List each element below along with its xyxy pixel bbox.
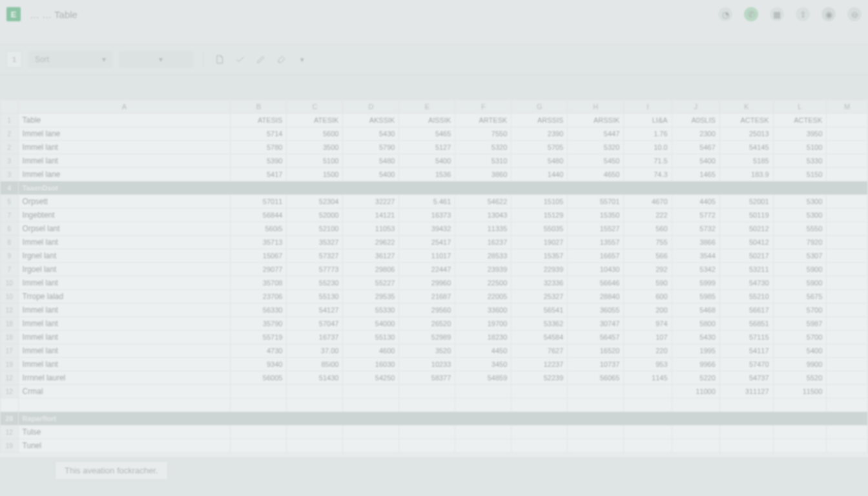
- cell[interactable]: 35327: [287, 236, 343, 249]
- cell[interactable]: 5780: [231, 141, 287, 154]
- cell[interactable]: 18230: [455, 331, 512, 344]
- cell[interactable]: [455, 385, 512, 398]
- cell[interactable]: 54000: [343, 317, 399, 331]
- cell[interactable]: 4450: [455, 344, 512, 358]
- cell[interactable]: ARTESK: [455, 114, 512, 127]
- cell[interactable]: 5127: [399, 141, 455, 154]
- cell[interactable]: 5430: [343, 127, 399, 141]
- table-row[interactable]: 19Tunel: [1, 439, 868, 453]
- row-number[interactable]: 8: [1, 236, 19, 249]
- cell[interactable]: 590: [624, 276, 672, 290]
- cell[interactable]: 74.3: [624, 168, 672, 181]
- cell[interactable]: [287, 439, 343, 453]
- cell[interactable]: 9966: [672, 358, 719, 371]
- cell[interactable]: AKSSIK: [343, 114, 399, 127]
- cell[interactable]: 57773: [287, 263, 343, 276]
- cell[interactable]: 3860: [455, 168, 512, 181]
- cell[interactable]: 3450: [455, 358, 512, 371]
- cell[interactable]: 755: [624, 236, 672, 249]
- cell[interactable]: [719, 439, 773, 453]
- table-row[interactable]: 5Orpsett5701152304322275.461546221510555…: [1, 195, 868, 209]
- cell[interactable]: 5800: [672, 317, 719, 331]
- cell[interactable]: 9900: [773, 358, 827, 371]
- cell[interactable]: 5390: [231, 154, 287, 168]
- row-number[interactable]: 17: [1, 344, 19, 358]
- cell[interactable]: 56851: [719, 317, 773, 331]
- cell[interactable]: 50412: [719, 236, 773, 249]
- cell[interactable]: [399, 385, 455, 398]
- row-number[interactable]: 18: [1, 317, 19, 331]
- cell[interactable]: 39432: [399, 222, 455, 236]
- cell[interactable]: Tunel: [18, 439, 231, 453]
- table-row[interactable]: 3Immel lane54171500540015363860144046507…: [1, 168, 868, 181]
- cell[interactable]: 1440: [512, 168, 568, 181]
- cell[interactable]: [231, 385, 287, 398]
- cell[interactable]: 5400: [399, 154, 455, 168]
- cell[interactable]: [455, 426, 512, 439]
- row-number[interactable]: 18: [1, 331, 19, 344]
- cell[interactable]: 15129: [512, 209, 568, 222]
- cell[interactable]: 56065: [568, 371, 624, 385]
- corner-cell[interactable]: [1, 100, 19, 114]
- cell[interactable]: 11053: [343, 222, 399, 236]
- col-header[interactable]: E: [399, 100, 455, 114]
- row-number[interactable]: 4: [1, 181, 19, 195]
- cell[interactable]: 55701: [568, 195, 624, 209]
- cell[interactable]: 13557: [568, 236, 624, 249]
- table-row[interactable]: 3Immel lant53905100548054005310548054507…: [1, 154, 868, 168]
- cell[interactable]: [512, 426, 568, 439]
- cell[interactable]: 55130: [343, 331, 399, 344]
- cell[interactable]: 50119: [719, 209, 773, 222]
- cell[interactable]: 5310: [455, 154, 512, 168]
- cell[interactable]: 3866: [672, 236, 719, 249]
- cell[interactable]: 29535: [343, 290, 399, 304]
- cell[interactable]: 55230: [287, 276, 343, 290]
- cell[interactable]: 5330: [773, 154, 827, 168]
- cell[interactable]: [231, 426, 287, 439]
- row-number[interactable]: 2: [1, 141, 19, 154]
- search-dropdown[interactable]: ▾: [119, 51, 194, 68]
- cell[interactable]: 35790: [231, 317, 287, 331]
- cell[interactable]: Immel lant: [18, 304, 231, 317]
- cell[interactable]: 5772: [672, 209, 719, 222]
- cell[interactable]: 54127: [287, 304, 343, 317]
- row-number[interactable]: 9: [1, 249, 19, 263]
- table-row[interactable]: 19Immel lant934085i001603010233345012237…: [1, 358, 868, 371]
- cell[interactable]: 54730: [719, 276, 773, 290]
- cell[interactable]: 16737: [287, 331, 343, 344]
- cell[interactable]: Immel lant: [18, 331, 231, 344]
- cell[interactable]: 5220: [672, 371, 719, 385]
- cell[interactable]: 16237: [455, 236, 512, 249]
- table-row[interactable]: 7Irgoel lant2907757773298062244723939229…: [1, 263, 868, 276]
- cell[interactable]: 23939: [455, 263, 512, 276]
- cell[interactable]: 56617: [719, 304, 773, 317]
- cell[interactable]: 4730: [231, 344, 287, 358]
- cell[interactable]: 1536: [399, 168, 455, 181]
- cell[interactable]: [624, 426, 672, 439]
- cell[interactable]: 5468: [672, 304, 719, 317]
- cell[interactable]: Tulse: [18, 426, 231, 439]
- cell[interactable]: 32336: [512, 276, 568, 290]
- cell[interactable]: 15350: [568, 209, 624, 222]
- cell[interactable]: 35708: [231, 276, 287, 290]
- cell[interactable]: 1995: [672, 344, 719, 358]
- cell[interactable]: 4405: [672, 195, 719, 209]
- clock-icon[interactable]: ◔: [718, 7, 732, 21]
- cell[interactable]: 183.9: [719, 168, 773, 181]
- cell[interactable]: 5300: [773, 209, 827, 222]
- cell[interactable]: 11017: [399, 249, 455, 263]
- table[interactable]: A B C D E F G H I J K L M 1TableATESISAT…: [0, 99, 868, 453]
- grid-icon[interactable]: ▦: [770, 7, 784, 21]
- row-number[interactable]: 1: [1, 114, 19, 127]
- cell[interactable]: 11335: [455, 222, 512, 236]
- cell[interactable]: 222: [624, 209, 672, 222]
- cell[interactable]: [568, 426, 624, 439]
- cell[interactable]: 57327: [287, 249, 343, 263]
- table-row[interactable]: 1TableATESISATESIKAKSSIKAISSIKARTESKARSS…: [1, 114, 868, 127]
- cell[interactable]: 3544: [672, 249, 719, 263]
- row-number[interactable]: 12: [1, 371, 19, 385]
- cell[interactable]: 28533: [455, 249, 512, 263]
- cell[interactable]: 5400: [672, 154, 719, 168]
- table-row[interactable]: 6Orpsel lant560i552100110533943211335550…: [1, 222, 868, 236]
- cell[interactable]: 51430: [287, 371, 343, 385]
